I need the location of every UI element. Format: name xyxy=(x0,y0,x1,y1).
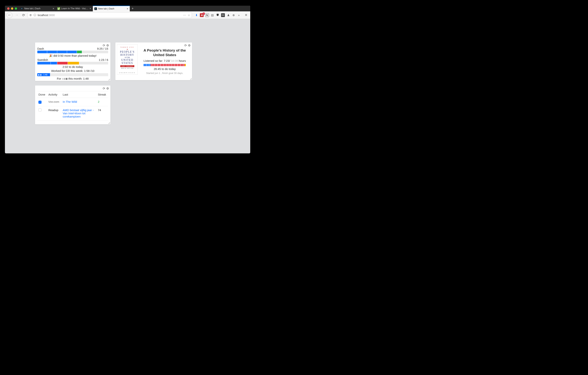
refresh-icon[interactable]: ⟳ xyxy=(103,44,105,47)
progress-segment xyxy=(163,64,165,66)
progress-segment xyxy=(161,64,162,66)
progress-segment xyxy=(51,62,57,65)
last-link[interactable]: In The Wild xyxy=(63,100,77,103)
progress-segment xyxy=(152,64,153,66)
progress-segment xyxy=(148,64,149,66)
extensions-row: ⬇ ▦1 N ▤ ⛊ RE ♟ ⊕ » xyxy=(193,13,242,17)
last-link[interactable]: AMD bestaat vijftig jaar - Van Intel-klo… xyxy=(63,109,94,118)
week-summary: Worked for CR this week: 1:58 /10 xyxy=(37,69,108,72)
tab-title: New tab | Dash xyxy=(24,7,52,10)
window-minimize-button[interactable] xyxy=(11,7,13,10)
progress-segment xyxy=(156,64,158,66)
progress-segment xyxy=(170,64,172,66)
tracker-caption: 🎉 did 0:50 more than planned today! xyxy=(37,54,108,57)
resize-handle[interactable] xyxy=(108,79,110,81)
extension-icon[interactable]: ▦1 xyxy=(200,13,204,17)
new-tab-button[interactable]: + xyxy=(130,6,136,11)
progress-segment xyxy=(162,64,163,66)
resize-handle[interactable] xyxy=(108,122,110,124)
progress-segment xyxy=(145,64,146,66)
progress-segment xyxy=(165,64,166,66)
browser-toolbar: ← → ⟳ ⛨ ⓘ localhost:3000 ⋯ ☆ ⬇ ▦1 N ▤ ⛊ … xyxy=(5,11,250,19)
progress-segment xyxy=(159,64,160,66)
extension-icon[interactable]: RE xyxy=(221,13,225,17)
week-progress-fill: ▮▯▮ - 1:40 xyxy=(37,73,50,76)
habits-card: ⟳ ⚙ Done Activity Last Streak ✓Voc.comIn… xyxy=(35,86,110,124)
last-cell: AMD bestaat vijftig jaar - Van Intel-klo… xyxy=(62,106,97,120)
progress-segment xyxy=(77,51,82,53)
gear-icon[interactable]: ⚙ xyxy=(188,44,190,47)
tab-title: Learn In The Wild - Vocabulary xyxy=(61,7,88,10)
col-streak: Streak xyxy=(97,91,108,98)
overflow-icon[interactable]: » xyxy=(237,13,241,17)
tracker-value: 9:25 / 15 xyxy=(97,47,108,50)
forward-button[interactable]: → xyxy=(14,12,19,18)
tracker-label: Swedish xyxy=(37,58,48,61)
activity-cell: Readup xyxy=(47,106,62,120)
gear-icon[interactable]: ⚙ xyxy=(106,87,109,90)
progress-segment xyxy=(178,64,179,66)
downloads-icon[interactable]: ⬇ xyxy=(195,13,198,17)
tab-close-button[interactable]: × xyxy=(90,7,91,10)
tracker-value: 1:23 / 6 xyxy=(99,58,108,61)
window-controls xyxy=(6,6,19,11)
browser-tab-1[interactable]: ⚛ New tab | Dash × xyxy=(19,6,56,11)
address-bar-actions: ⋯ ☆ xyxy=(183,14,190,17)
check-icon: ✅ xyxy=(57,7,60,10)
bookmark-star-icon[interactable]: ☆ xyxy=(188,14,190,17)
extension-icon[interactable]: ♟ xyxy=(226,13,230,17)
tracker-progress-bar xyxy=(37,51,108,53)
browser-tab-3-active[interactable]: ⚛ New tab | Dash × xyxy=(93,6,130,11)
table-row: ✓Voc.comIn The Wild2 xyxy=(37,98,108,106)
progress-segment xyxy=(176,64,177,66)
audiobook-card: ⟳ ⚙ howard zinn A PEOPLE'S HISTORY OF TH… xyxy=(115,43,192,80)
info-icon: ⓘ xyxy=(33,13,36,17)
progress-segment xyxy=(151,64,152,66)
gear-icon[interactable]: ⚙ xyxy=(106,44,109,47)
ublock-icon[interactable]: ⛊ xyxy=(216,13,220,17)
month-summary: For this month: 1:48 xyxy=(37,77,108,80)
more-icon[interactable]: ⋯ xyxy=(183,14,186,17)
hamburger-menu-button[interactable]: ≡ xyxy=(243,13,249,17)
tab-close-button[interactable]: × xyxy=(53,7,54,10)
progress-segment xyxy=(37,62,51,65)
reload-button[interactable]: ⟳ xyxy=(21,12,26,18)
progress-segment xyxy=(169,64,170,66)
notion-icon[interactable]: N xyxy=(205,13,209,17)
browser-tab-2[interactable]: ✅ Learn In The Wild - Vocabulary × xyxy=(56,6,93,11)
progress-segment xyxy=(67,51,77,53)
done-checkbox[interactable]: ✓ xyxy=(38,101,42,104)
progress-segment xyxy=(180,64,182,66)
pocket-icon[interactable]: ⊕ xyxy=(232,13,235,17)
back-button[interactable]: ← xyxy=(6,12,12,18)
refresh-icon[interactable]: ⟳ xyxy=(184,44,187,47)
last-cell: In The Wild xyxy=(62,98,97,106)
progress-segment xyxy=(182,64,183,66)
extension-icon[interactable]: ▤ xyxy=(210,13,214,17)
react-icon: ⚛ xyxy=(94,7,97,10)
progress-segment xyxy=(179,64,180,66)
window-close-button[interactable] xyxy=(7,7,10,10)
tab-close-button[interactable]: × xyxy=(127,7,128,10)
table-row: ReadupAMD bestaat vijftig jaar - Van Int… xyxy=(37,106,108,120)
streak-cell: 74 xyxy=(97,106,108,120)
book-cover: howard zinn A PEOPLE'S HISTORY OF THE UN… xyxy=(117,44,138,75)
week-progress-bar: ▮▯▮ - 1:40 xyxy=(37,73,108,76)
refresh-icon[interactable]: ⟳ xyxy=(103,87,105,90)
done-checkbox[interactable] xyxy=(38,109,42,111)
progress-segment xyxy=(155,64,156,66)
tracker-label: Dash xyxy=(37,47,44,50)
progress-segment xyxy=(172,64,173,66)
tracker-caption: 2:02 to do today xyxy=(37,65,108,68)
resize-handle[interactable] xyxy=(190,78,192,80)
tab-title: New tab | Dash xyxy=(98,7,126,10)
progress-segment xyxy=(183,64,185,66)
browser-window: ⚛ New tab | Dash × ✅ Learn In The Wild -… xyxy=(5,6,250,153)
book-progress-segments xyxy=(140,64,190,66)
window-zoom-button[interactable] xyxy=(15,7,17,10)
col-activity: Activity xyxy=(47,91,62,98)
book-todo: 26:45 to do today xyxy=(140,67,190,70)
address-bar[interactable]: ⛨ ⓘ localhost:3000 ⋯ ☆ xyxy=(28,12,192,18)
listened-line: Listened so far: 7:23/ 34:08 hours xyxy=(140,59,190,62)
progress-segment xyxy=(175,64,176,66)
